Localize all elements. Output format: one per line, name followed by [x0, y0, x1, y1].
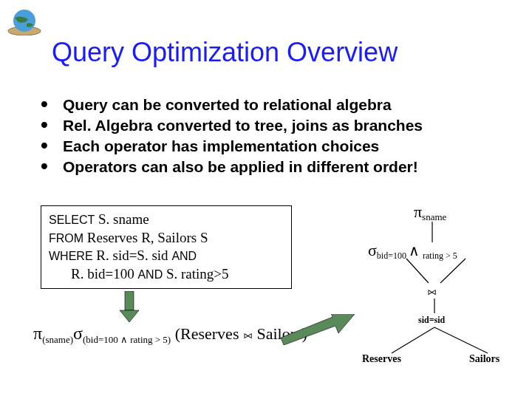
svg-line-9 [392, 327, 434, 353]
tree-select-right: rating > 5 [423, 250, 457, 261]
svg-line-10 [434, 327, 488, 353]
svg-marker-3 [120, 310, 139, 322]
slide-title: Query Optimization Overview [52, 37, 398, 68]
arrow-down-icon [118, 291, 140, 324]
sql-keyword: AND [171, 250, 197, 262]
bullet-item: Each operator has implementation choices [41, 137, 423, 155]
globe-logo-icon [7, 9, 41, 35]
sql-keyword: FROM [49, 232, 83, 245]
sql-text: R. sid=S. sid [93, 248, 172, 263]
tree-leaf-right: Sailors [469, 353, 499, 365]
tree-join-label: sid=sid [418, 315, 445, 326]
tree-join-node: ⨝ [427, 281, 437, 300]
relational-algebra-expression: π(sname)σ(bid=100 ∧ rating > 5) (Reserve… [33, 324, 307, 346]
tree-project-node: πsname [414, 202, 446, 223]
join-symbol: ⨝ [427, 281, 437, 299]
svg-line-7 [440, 259, 466, 283]
svg-marker-4 [281, 314, 355, 345]
tree-project-label: sname [422, 211, 446, 222]
bullet-item: Operators can also be applied in differe… [41, 158, 423, 176]
svg-rect-2 [125, 291, 134, 310]
sql-keyword: AND [137, 268, 163, 281]
pi-symbol: π [33, 324, 42, 343]
bullet-item: Rel. Algebra converted to tree, joins as… [41, 117, 423, 134]
tree-select-left: bid=100 [377, 250, 406, 261]
tree-leaf-left: Reserves [362, 353, 401, 365]
pi-subscript: (sname) [42, 334, 73, 345]
tree-select-node: σbid=100 ∧ rating > 5 [368, 241, 457, 262]
sql-keyword: WHERE [49, 250, 93, 262]
and-symbol: ∧ [409, 242, 420, 259]
arrow-diagonal-icon [281, 314, 355, 345]
sql-text: Reserves R, Sailors S [83, 230, 208, 245]
sigma-subscript: (bid=100 ∧ rating > 5) [83, 334, 171, 345]
sql-query-box: SELECT S. sname FROM Reserves R, Sailors… [41, 205, 292, 289]
sigma-symbol: σ [73, 324, 83, 343]
bullet-item: Query can be converted to relational alg… [41, 96, 423, 114]
sql-text: S. rating>5 [163, 266, 228, 282]
sql-text: S. sname [95, 211, 149, 227]
sql-keyword: SELECT [49, 214, 95, 226]
bullet-list: Query can be converted to relational alg… [41, 96, 423, 179]
sigma-symbol: σ [368, 241, 377, 259]
pi-symbol: π [414, 202, 422, 221]
sql-text: R. bid=100 [71, 266, 137, 282]
svg-line-6 [406, 259, 429, 283]
operator-tree: πsname σbid=100 ∧ rating > 5 ⨝ sid=sid R… [355, 205, 525, 383]
